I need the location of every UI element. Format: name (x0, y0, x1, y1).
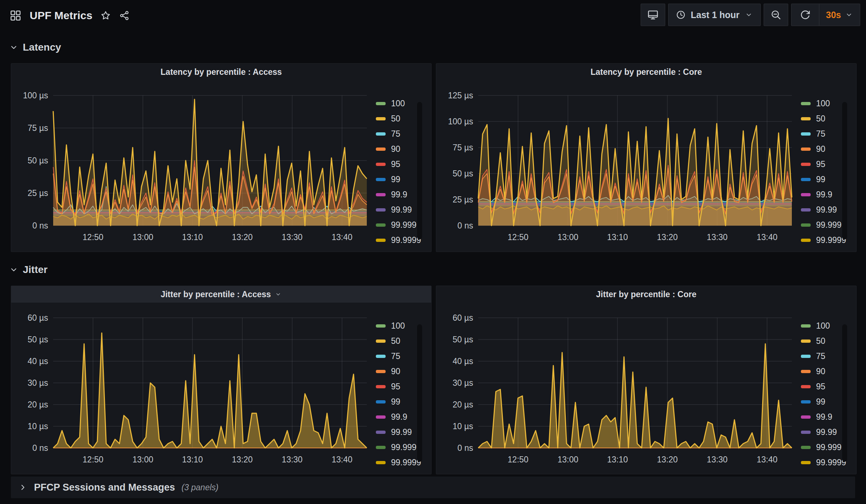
time-series-chart[interactable]: 0 ns25 µs50 µs75 µs100 µs12:5013:0013:10… (14, 81, 376, 247)
chart-legend: 100507590959999.999.9999.99999.9999 (801, 96, 848, 248)
legend-label: 50 (816, 336, 825, 346)
legend-item-90[interactable]: 90 (376, 364, 423, 379)
legend-item-50[interactable]: 50 (376, 333, 423, 349)
legend-item-99.9999[interactable]: 99.9999 (376, 455, 423, 470)
legend-item-99[interactable]: 99 (801, 394, 848, 409)
legend-item-75[interactable]: 75 (801, 349, 848, 364)
legend-item-95[interactable]: 95 (376, 379, 423, 394)
legend-item-95[interactable]: 95 (801, 379, 848, 394)
legend-label: 99.9999 (816, 458, 846, 467)
time-range-picker[interactable]: Last 1 hour (668, 4, 761, 26)
legend-item-95[interactable]: 95 (376, 157, 423, 172)
legend-label: 99.99 (391, 427, 412, 437)
legend-item-100[interactable]: 100 (376, 96, 423, 111)
x-axis-tick-label: 13:00 (557, 232, 578, 242)
legend-item-99.999[interactable]: 99.999 (801, 440, 848, 455)
legend-item-75[interactable]: 75 (376, 126, 423, 141)
dashboards-grid-icon[interactable] (9, 9, 22, 22)
legend-swatch (801, 132, 811, 136)
legend-item-99.999[interactable]: 99.999 (376, 217, 423, 232)
legend-swatch (801, 239, 811, 242)
legend-label: 95 (816, 382, 825, 392)
legend-item-99.9[interactable]: 99.9 (376, 187, 423, 202)
y-axis-tick-label: 30 µs (27, 378, 48, 388)
legend-item-99.9999[interactable]: 99.9999 (376, 232, 423, 248)
legend-swatch (801, 102, 811, 105)
legend-swatch (801, 400, 811, 403)
time-series-chart[interactable]: 0 ns10 µs20 µs30 µs40 µs50 µs60 µs12:501… (439, 303, 801, 470)
legend-item-90[interactable]: 90 (801, 364, 848, 379)
legend-item-50[interactable]: 50 (801, 333, 848, 349)
legend-item-99.9[interactable]: 99.9 (801, 187, 848, 202)
legend-item-99.99[interactable]: 99.99 (376, 202, 423, 217)
panel-title[interactable]: Latency by percentile : Core (590, 67, 702, 77)
legend-item-99.9999[interactable]: 99.9999 (801, 455, 848, 470)
panel-title[interactable]: Jitter by percentile : Access (161, 290, 271, 299)
legend-item-99.99[interactable]: 99.99 (801, 202, 848, 217)
x-axis-tick-label: 13:00 (132, 232, 153, 242)
legend-scrollbar[interactable] (842, 102, 847, 239)
legend-scrollbar[interactable] (417, 102, 422, 239)
legend-swatch (801, 193, 811, 196)
legend-label: 99.99 (816, 427, 837, 437)
y-axis-tick-label: 125 µs (448, 91, 473, 100)
legend-label: 99 (816, 175, 825, 184)
legend-swatch (801, 208, 811, 212)
chart-legend: 100507590959999.999.9999.99999.9999 (801, 318, 848, 470)
legend-item-99[interactable]: 99 (801, 172, 848, 187)
legend-item-99.9[interactable]: 99.9 (376, 409, 423, 424)
legend-label: 99.9999 (391, 458, 421, 467)
legend-swatch (376, 193, 386, 196)
legend-item-95[interactable]: 95 (801, 157, 848, 172)
legend-scrollbar[interactable] (417, 324, 422, 462)
legend-item-99[interactable]: 99 (376, 394, 423, 409)
zoom-out-button[interactable] (764, 4, 788, 26)
legend-item-75[interactable]: 75 (801, 126, 848, 141)
y-axis-tick-label: 20 µs (453, 400, 473, 409)
y-axis-tick-label: 0 ns (33, 221, 48, 230)
series-area-50 (53, 333, 367, 448)
row-header-jitter[interactable]: Jitter (9, 261, 47, 279)
legend-item-75[interactable]: 75 (376, 349, 423, 364)
share-icon[interactable] (119, 10, 130, 21)
legend-item-90[interactable]: 90 (376, 141, 423, 157)
legend-item-50[interactable]: 50 (801, 111, 848, 126)
dashboard-header: UPF Metrics (9, 5, 130, 26)
row-header-pfcp-sessions[interactable]: PFCP Sessions and Messages (3 panels) (11, 477, 855, 498)
legend-item-100[interactable]: 100 (801, 96, 848, 111)
row-header-latency[interactable]: Latency (9, 38, 61, 56)
legend-item-50[interactable]: 50 (376, 111, 423, 126)
panel-title[interactable]: Jitter by percentile : Core (596, 290, 696, 299)
legend-item-99.9999[interactable]: 99.9999 (801, 232, 848, 248)
legend-item-99.99[interactable]: 99.99 (801, 424, 848, 440)
panel-header: Latency by percentile : Access (11, 64, 431, 80)
legend-item-100[interactable]: 100 (801, 318, 848, 333)
x-axis-tick-label: 13:10 (607, 232, 628, 242)
refresh-button[interactable] (791, 4, 819, 26)
legend-item-90[interactable]: 90 (801, 141, 848, 157)
time-series-chart[interactable]: 0 ns10 µs20 µs30 µs40 µs50 µs60 µs12:501… (14, 303, 376, 470)
legend-item-99.9[interactable]: 99.9 (801, 409, 848, 424)
favorite-star-icon[interactable] (100, 10, 111, 21)
legend-swatch (376, 446, 386, 449)
legend-scrollbar[interactable] (842, 324, 847, 462)
legend-item-99.99[interactable]: 99.99 (376, 424, 423, 440)
y-axis-tick-label: 0 ns (458, 221, 473, 230)
legend-item-99[interactable]: 99 (376, 172, 423, 187)
time-series-chart[interactable]: 0 ns25 µs50 µs75 µs100 µs125 µs12:5013:0… (439, 81, 801, 247)
x-axis-tick-label: 13:20 (232, 455, 253, 464)
legend-label: 99.999 (391, 220, 416, 230)
legend-label: 99.9 (391, 190, 407, 200)
refresh-interval-dropdown[interactable]: 30s (819, 4, 860, 26)
panel-menu-caret-icon[interactable] (275, 291, 282, 298)
tv-mode-button[interactable] (641, 4, 665, 26)
legend-item-99.999[interactable]: 99.999 (801, 217, 848, 232)
panel-title[interactable]: Latency by percentile : Access (161, 67, 282, 77)
y-axis-tick-label: 0 ns (33, 443, 48, 453)
legend-label: 99.9 (391, 412, 407, 422)
legend-item-99.999[interactable]: 99.999 (376, 440, 423, 455)
y-axis-tick-label: 75 µs (453, 143, 473, 152)
time-range-label: Last 1 hour (691, 10, 740, 20)
legend-label: 99 (816, 397, 825, 407)
legend-item-100[interactable]: 100 (376, 318, 423, 333)
